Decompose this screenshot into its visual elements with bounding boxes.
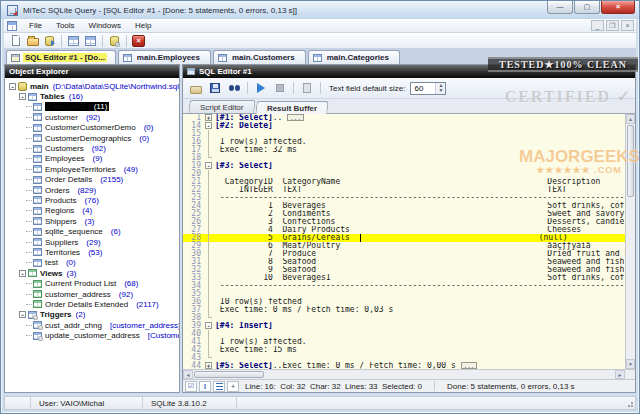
editor-line[interactable]: 26 3 Confections Desserts, candies, an: [183, 218, 625, 226]
tree-item-customer-address[interactable]: customer_address(92): [9, 289, 179, 299]
editor-line[interactable]: 38: [183, 314, 625, 322]
menu-item-windows[interactable]: Windows: [82, 19, 128, 32]
editor-line[interactable]: 14-[#2: Delete]: [183, 122, 625, 130]
fold-toggle-icon[interactable]: -: [205, 122, 212, 129]
list-icon[interactable]: [213, 381, 225, 392]
editor-line[interactable]: 36 10 row(s) fetched: [183, 298, 625, 306]
scroll-down-icon[interactable]: ▼: [626, 359, 635, 369]
document-tab-main-categories[interactable]: main.Categories: [308, 50, 400, 64]
tree-item-orders[interactable]: Orders(829): [9, 185, 179, 195]
spinner-arrows[interactable]: ▲▼: [435, 83, 445, 94]
editor-line[interactable]: 17 Exec time: 32 ms: [183, 146, 625, 154]
editor-line[interactable]: 23 -------------------------------------…: [183, 194, 625, 202]
editor-line[interactable]: 30 7 Produce Dried fruit and bean: [183, 250, 625, 258]
close-button[interactable]: ×: [601, 1, 635, 14]
collapsed-fold-icon[interactable]: ...: [461, 362, 478, 369]
mdi-restore-button[interactable]: ❐: [606, 20, 619, 31]
export-button[interactable]: [298, 80, 316, 96]
fold-toggle-icon[interactable]: +: [205, 362, 212, 369]
editor-line[interactable]: 43: [183, 354, 625, 362]
document-tab-sql-editor-1-do-[interactable]: SQL Editor #1 - [Do...: [6, 50, 116, 64]
query-builder-button[interactable]: [82, 34, 99, 48]
tree-item-test[interactable]: test(0): [9, 258, 179, 268]
minimize-button[interactable]: —: [547, 1, 573, 14]
editor-line[interactable]: 31 8 Seafood Seaweed and fish: [183, 258, 625, 266]
editor-line[interactable]: 42 Exec time: 15 ms: [183, 346, 625, 354]
collapse-icon[interactable]: -: [19, 270, 26, 277]
text-field-size-spinner[interactable]: 60 ▲▼: [410, 82, 446, 95]
tree-item-sqlite-sequence[interactable]: sqlite_sequence(6): [9, 226, 179, 236]
tree-group-tables[interactable]: -Tables(16): [9, 91, 179, 101]
horizontal-scroll-thumb[interactable]: [194, 371, 264, 378]
menu-item-tools[interactable]: Tools: [49, 19, 82, 32]
editor-line[interactable]: 16 1 row(s) affected.: [183, 138, 625, 146]
scroll-right-icon[interactable]: ►: [615, 370, 625, 379]
fold-toggle-icon[interactable]: -: [205, 162, 212, 169]
tree-item-products[interactable]: Products(76): [9, 195, 179, 205]
tree-item-customers[interactable]: Customers(92): [9, 143, 179, 153]
editor-line[interactable]: 15: [183, 130, 625, 138]
tree-item-current-product-list[interactable]: Current Product List(68): [9, 278, 179, 288]
tree-item-regions[interactable]: Regions(4): [9, 206, 179, 216]
editor-line[interactable]: 28 5 Grains/Cereals (null): [183, 234, 625, 242]
tree-item-categories[interactable]: Categories(11): [9, 102, 179, 112]
database-properties-button[interactable]: [106, 34, 123, 48]
editor-line[interactable]: 24 1 Beverages Soft drinks, coffees,: [183, 202, 625, 210]
menu-item-file[interactable]: File: [22, 19, 49, 32]
export-database-button[interactable]: [41, 34, 58, 48]
mdi-minimize-button[interactable]: _: [591, 20, 604, 31]
tree-item-customercustomerdemo[interactable]: CustomerCustomerDemo(0): [9, 123, 179, 133]
editor-line[interactable]: 33 10 Beverages1 Soft drinks, coffees,: [183, 274, 625, 282]
caret-icon[interactable]: I: [199, 381, 211, 392]
tree-group-triggers[interactable]: -Triggers(2): [9, 310, 179, 320]
stop-button[interactable]: [271, 80, 289, 96]
collapse-icon[interactable]: -: [19, 311, 26, 318]
editor-line[interactable]: 37 Exec time: 0 ms / Fetch time: 0,03 s: [183, 306, 625, 314]
tree-item-territories[interactable]: Territories(53): [9, 247, 179, 257]
maximize-button[interactable]: ▢: [574, 1, 600, 14]
editor-line[interactable]: 20: [183, 170, 625, 178]
tree-item-employeeterritories[interactable]: EmployeeTerritories(49): [9, 164, 179, 174]
editor-line[interactable]: 21 CategoryID CategoryName Description: [183, 178, 625, 186]
tab-result-buffer[interactable]: Result Buffer: [255, 101, 329, 114]
editor-line[interactable]: 19-[#3: Select]: [183, 162, 625, 170]
sql-editor-button[interactable]: [65, 34, 82, 48]
editor-line[interactable]: 27 4 Dairy Products Cheeses: [183, 226, 625, 234]
tree-root-main[interactable]: -main(D:\Data\Data\SQLite\Northwind.sqli…: [9, 81, 179, 91]
new-file-button[interactable]: [7, 34, 24, 48]
collapse-icon[interactable]: -: [19, 93, 26, 100]
run-button[interactable]: [252, 80, 270, 96]
fold-toggle-icon[interactable]: +: [205, 114, 212, 121]
text-field-size-value[interactable]: 60: [411, 83, 435, 94]
tree-item-order-details[interactable]: Order Details(2155): [9, 175, 179, 185]
wordwrap-icon[interactable]: ☑: [185, 381, 197, 392]
save-button[interactable]: [206, 80, 224, 96]
editor-line[interactable]: 35: [183, 290, 625, 298]
title-bar[interactable]: MiTeC SQLite Query - [SQL Editor #1 - [D…: [1, 1, 639, 19]
editor-line[interactable]: 29 6 Meat/Poultry ãâçƒƒÿáíã: [183, 242, 625, 250]
horizontal-scrollbar[interactable]: ◄ ►: [183, 369, 635, 379]
fold-toggle-icon[interactable]: -: [205, 322, 212, 329]
editor-line[interactable]: 1+[#1: Select].. ...: [183, 114, 625, 122]
menu-item-help[interactable]: Help: [128, 19, 158, 32]
tree-item-employees[interactable]: Employees(9): [9, 154, 179, 164]
editor-line[interactable]: 34 -------------------------------------…: [183, 282, 625, 290]
editor-line[interactable]: 32 9 Seafood Seaweed and fish: [183, 266, 625, 274]
editor-line[interactable]: 41 1 row(s) affected.: [183, 338, 625, 346]
collapsed-fold-icon[interactable]: ...: [287, 114, 304, 121]
editor-line[interactable]: 39-[#4: Insert]: [183, 322, 625, 330]
collapse-icon[interactable]: -: [9, 83, 16, 90]
tab-script-editor[interactable]: Script Editor: [188, 100, 255, 113]
close-red-button[interactable]: ×: [130, 34, 147, 48]
scroll-left-icon[interactable]: ◄: [183, 370, 193, 379]
vertical-scroll-thumb[interactable]: [627, 125, 634, 197]
open-folder-button[interactable]: [187, 80, 205, 96]
result-buffer[interactable]: 1+[#1: Select].. ...14-[#2: Delete]1516 …: [183, 114, 635, 369]
tree-item-shippers[interactable]: Shippers(3): [9, 216, 179, 226]
vertical-scrollbar[interactable]: ▲ ▼: [625, 114, 635, 369]
resize-grip[interactable]: [625, 399, 634, 408]
find-button[interactable]: [225, 80, 243, 96]
mdi-close-button[interactable]: ×: [621, 20, 634, 31]
open-folder-button[interactable]: [24, 34, 41, 48]
tree-item-customer[interactable]: customer(92): [9, 112, 179, 122]
